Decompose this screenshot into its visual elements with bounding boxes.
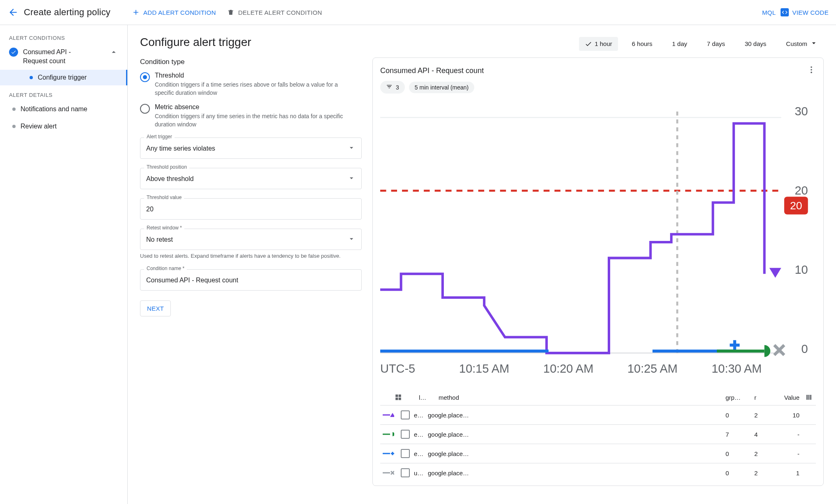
range-custom[interactable]: Custom bbox=[780, 36, 824, 52]
row-e: e… bbox=[414, 450, 424, 457]
row-checkbox[interactable] bbox=[401, 410, 410, 419]
page-title: Create alerting policy bbox=[24, 7, 110, 18]
series-table: l… method grp… r Value e… google.place… … bbox=[380, 390, 816, 482]
table-row: e… google.place… 7 4 - bbox=[380, 424, 816, 444]
range-1hour[interactable]: 1 hour bbox=[579, 37, 618, 51]
columns-icon[interactable] bbox=[804, 394, 814, 401]
series-marker-gray bbox=[382, 470, 394, 476]
delete-alert-condition-button[interactable]: DELETE ALERT CONDITION bbox=[227, 8, 322, 16]
row-checkbox[interactable] bbox=[401, 449, 410, 458]
range-7days[interactable]: 7 days bbox=[701, 37, 731, 50]
option-threshold[interactable]: Threshold Condition triggers if a time s… bbox=[140, 72, 362, 97]
radio-threshold[interactable] bbox=[140, 72, 150, 82]
retest-window-value: No retest bbox=[146, 236, 173, 243]
chart-card: Consumed API - Request count 3 5 min int… bbox=[372, 57, 824, 486]
sidebar-item-condition-label: Consumed API - Request count bbox=[23, 48, 93, 66]
view-code-label: VIEW CODE bbox=[792, 9, 829, 16]
threshold-position-field[interactable]: Threshold position Above threshold bbox=[140, 168, 362, 189]
row-grp: 0 bbox=[726, 412, 750, 419]
row-method: google.place… bbox=[428, 431, 721, 438]
series-marker-blue bbox=[382, 451, 394, 456]
row-checkbox[interactable] bbox=[401, 430, 410, 439]
col-grp[interactable]: grp… bbox=[726, 394, 750, 401]
svg-text:0: 0 bbox=[802, 342, 808, 355]
option-metric-absence-desc: Condition triggers if any time series in… bbox=[155, 112, 348, 128]
threshold-position-value: Above threshold bbox=[146, 175, 194, 183]
svg-point-0 bbox=[811, 66, 812, 68]
mql-label: MQL bbox=[762, 9, 776, 16]
condition-type-heading: Condition type bbox=[140, 58, 362, 66]
range-label: Custom bbox=[786, 40, 807, 47]
range-30days[interactable]: 30 days bbox=[739, 37, 772, 50]
range-label: 1 hour bbox=[595, 40, 612, 47]
option-threshold-desc: Condition triggers if a time series rise… bbox=[155, 81, 348, 97]
range-1day[interactable]: 1 day bbox=[666, 37, 693, 50]
option-metric-absence[interactable]: Metric absence Condition triggers if any… bbox=[140, 103, 362, 128]
row-grp: 7 bbox=[726, 431, 750, 438]
row-r: 2 bbox=[754, 470, 763, 477]
add-alert-condition-button[interactable]: ADD ALERT CONDITION bbox=[132, 8, 216, 16]
sidebar-sub-configure-trigger[interactable]: Configure trigger bbox=[0, 70, 127, 85]
row-method: google.place… bbox=[428, 450, 721, 457]
sidebar-item-condition[interactable]: Consumed API - Request count bbox=[0, 44, 127, 70]
filter-count: 3 bbox=[396, 84, 399, 91]
col-r[interactable]: r bbox=[754, 394, 763, 401]
radio-metric-absence[interactable] bbox=[140, 104, 150, 114]
col-l[interactable]: l… bbox=[419, 394, 434, 401]
alert-trigger-field[interactable]: Alert trigger Any time series violates bbox=[140, 137, 362, 159]
condition-name-value: Consumed API - Request count bbox=[146, 277, 238, 284]
row-e: u… bbox=[414, 470, 424, 477]
sidebar-item-review[interactable]: Review alert bbox=[0, 118, 127, 135]
form-heading: Configure alert trigger bbox=[140, 36, 362, 49]
form-panel: Configure alert trigger Condition type T… bbox=[140, 36, 362, 494]
table-row: e… google.place… 0 2 - bbox=[380, 444, 816, 463]
content: Configure alert trigger Condition type T… bbox=[128, 25, 836, 504]
sidebar-heading-details: ALERT DETAILS bbox=[0, 89, 127, 101]
row-e: e… bbox=[414, 412, 424, 419]
plus-icon bbox=[132, 8, 140, 16]
sidebar-item-notifications[interactable]: Notifications and name bbox=[0, 101, 127, 118]
svg-point-1 bbox=[811, 69, 812, 71]
grid-icon[interactable] bbox=[382, 394, 415, 401]
chart-title: Consumed API - Request count bbox=[380, 66, 484, 75]
row-value: 1 bbox=[767, 470, 799, 477]
row-e: e… bbox=[414, 431, 424, 438]
chart: 30 20 10 0 20 bbox=[380, 98, 816, 386]
view-code-button[interactable]: VIEW CODE bbox=[781, 8, 829, 16]
svg-marker-13 bbox=[769, 268, 781, 278]
threshold-value-value: 20 bbox=[146, 206, 154, 213]
chevron-up-icon[interactable] bbox=[109, 48, 118, 58]
alert-trigger-label: Alert trigger bbox=[144, 134, 175, 140]
chevron-down-icon bbox=[810, 39, 818, 48]
svg-text:20: 20 bbox=[795, 184, 808, 197]
code-icon bbox=[781, 8, 789, 16]
retest-window-field[interactable]: Retest window * No retest bbox=[140, 229, 362, 250]
sidebar-heading-conditions: ALERT CONDITIONS bbox=[0, 32, 127, 44]
mql-button[interactable]: MQL bbox=[762, 9, 776, 16]
sidebar-sub-label: Configure trigger bbox=[38, 74, 87, 81]
check-icon bbox=[585, 40, 592, 48]
back-button[interactable] bbox=[7, 7, 19, 18]
row-r: 4 bbox=[754, 431, 763, 438]
col-method[interactable]: method bbox=[439, 394, 721, 401]
row-checkbox[interactable] bbox=[401, 468, 410, 477]
svg-text:20: 20 bbox=[790, 199, 802, 212]
add-alert-condition-label: ADD ALERT CONDITION bbox=[143, 9, 216, 16]
filter-chip[interactable]: 3 bbox=[380, 81, 405, 94]
condition-name-field[interactable]: Condition name * Consumed API - Request … bbox=[140, 269, 362, 291]
threshold-value-field[interactable]: Threshold value 20 bbox=[140, 198, 362, 220]
chevron-down-icon bbox=[347, 174, 356, 184]
row-method: google.place… bbox=[428, 412, 721, 419]
option-threshold-title: Threshold bbox=[155, 72, 348, 79]
next-button[interactable]: NEXT bbox=[140, 300, 171, 316]
check-circle-icon bbox=[9, 48, 18, 57]
series-marker-green bbox=[382, 431, 394, 437]
chart-menu-button[interactable] bbox=[807, 65, 816, 76]
range-6hours[interactable]: 6 hours bbox=[626, 37, 658, 50]
col-value[interactable]: Value bbox=[767, 394, 799, 401]
table-row: e… google.place… 0 2 10 bbox=[380, 405, 816, 424]
delete-alert-condition-label: DELETE ALERT CONDITION bbox=[238, 9, 322, 16]
main-layout: ALERT CONDITIONS Consumed API - Request … bbox=[0, 25, 836, 504]
interval-chip[interactable]: 5 min interval (mean) bbox=[409, 82, 475, 93]
row-value: 10 bbox=[767, 412, 799, 419]
